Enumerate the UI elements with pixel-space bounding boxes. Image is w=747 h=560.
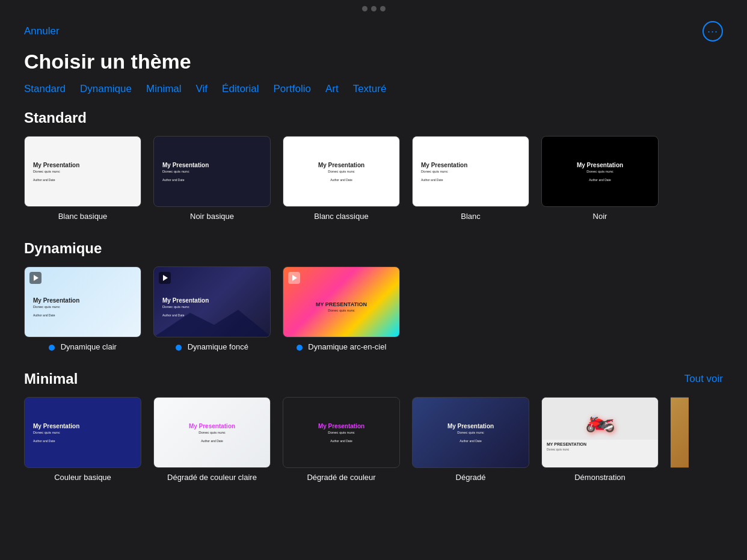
thumb-author: Author and Date: [589, 178, 610, 182]
dynamique-section-title: Dynamique: [24, 240, 102, 257]
thumb-dyn-fonce: My Presentation Donec quis nunc Author a…: [153, 266, 271, 337]
theme-label-degrade-clair: Dégradé de couleur claire: [167, 473, 257, 482]
thumb-sub: Donec quis nunc: [547, 448, 653, 451]
thumb-title: My Presentation: [162, 297, 262, 304]
theme-card-demo[interactable]: 🏍️ My Presentation Donec quis nunc Démon…: [541, 397, 659, 482]
thumb-sub: Donec quis nunc: [162, 170, 262, 173]
thumb-title: My Presentation: [189, 423, 235, 429]
thumb-author: Author and Date: [201, 439, 223, 443]
nav-item-dynamique[interactable]: Dynamique: [80, 83, 132, 95]
play-icon-clair: [29, 272, 42, 284]
theme-card-blanc[interactable]: My Presentation Donec quis nunc Author a…: [412, 136, 529, 221]
thumb-sub: Donec quis nunc: [586, 170, 613, 173]
minimal-section-header: Minimal Tout voir: [24, 371, 723, 387]
nav-item-art[interactable]: Art: [325, 83, 339, 95]
demo-image: 🏍️: [542, 398, 658, 440]
thumb-sub: Donec quis nunc: [33, 431, 132, 434]
thumb-author: Author and Date: [330, 439, 352, 443]
thumb-sub: Donec quis nunc: [33, 170, 132, 173]
thumb-sub: Donec quis nunc: [316, 309, 367, 312]
thumb-sub: Donec quis nunc: [421, 170, 520, 173]
thumb-blanc-classique: My Presentation Donec quis nunc Author a…: [283, 136, 400, 207]
nav-item-minimal[interactable]: Minimal: [146, 83, 182, 95]
page-title: Choisir un thème: [0, 48, 747, 83]
thumb-title: My Presentation: [162, 162, 262, 168]
standard-section-title: Standard: [24, 109, 87, 126]
theme-label-dyn-fonce: Dynamique foncé: [176, 342, 248, 351]
play-triangle: [163, 275, 168, 281]
thumb-title: My Presentation: [33, 297, 132, 304]
play-triangle: [34, 275, 38, 281]
thumb-blanc-basique: My Presentation Donec quis nunc Author a…: [24, 136, 141, 207]
thumb-noir: My Presentation Donec quis nunc Author a…: [541, 136, 659, 207]
nav-item-texture[interactable]: Texturé: [353, 83, 387, 95]
thumb-noir-basique: My Presentation Donec quis nunc Author a…: [153, 136, 271, 207]
theme-card-dyn-clair[interactable]: My Presentation Donec quis nunc Author a…: [24, 266, 141, 351]
theme-label-noir-basique: Noir basique: [190, 212, 234, 221]
nav-item-vif[interactable]: Vif: [196, 83, 208, 95]
minimal-theme-grid: My Presentation Donec quis nunc Author a…: [24, 397, 723, 482]
nav-item-editorial[interactable]: Éditorial: [222, 83, 259, 95]
more-button[interactable]: ···: [702, 21, 723, 42]
dot-3: [380, 6, 386, 11]
label-dot-fonce: [176, 345, 182, 351]
theme-card-blanc-classique[interactable]: My Presentation Donec quis nunc Author a…: [283, 136, 400, 221]
nav-item-portfolio[interactable]: Portfolio: [274, 83, 311, 95]
theme-card-dyn-fonce[interactable]: My Presentation Donec quis nunc Author a…: [153, 266, 271, 351]
thumb-sub: Donec quis nunc: [33, 305, 132, 309]
theme-label-degrade: Dégradé: [456, 473, 486, 482]
play-triangle: [292, 275, 297, 281]
top-bar: [0, 0, 747, 17]
theme-card-noir[interactable]: My Presentation Donec quis nunc Author a…: [541, 136, 659, 221]
thumb-author: Author and Date: [33, 439, 132, 443]
thumb-title: My Presentation: [447, 423, 494, 429]
theme-card-degrade-clair[interactable]: My Presentation Donec quis nunc Author a…: [153, 397, 271, 482]
thumb-blanc: My Presentation Donec quis nunc Author a…: [412, 136, 529, 207]
header: Annuler ···: [0, 17, 747, 48]
thumb-couleur-basique: My Presentation Donec quis nunc Author a…: [24, 397, 141, 468]
thumb-author: Author and Date: [33, 178, 132, 182]
thumb-sub: Donec quis nunc: [328, 431, 355, 434]
dynamique-section-header: Dynamique: [24, 240, 723, 257]
label-dot-arc: [297, 345, 303, 351]
thumb-degrade-clair: My Presentation Donec quis nunc Author a…: [153, 397, 271, 468]
play-icon-fonce: [159, 272, 171, 284]
theme-card-dyn-arc[interactable]: My Presentation Donec quis nunc Dynamiqu…: [283, 266, 400, 351]
thumb-title: My Presentation: [318, 423, 364, 429]
theme-card-degrade[interactable]: My Presentation Donec quis nunc Author a…: [412, 397, 529, 482]
theme-card-blanc-basique[interactable]: My Presentation Donec quis nunc Author a…: [24, 136, 141, 221]
play-icon-arc: [288, 272, 300, 284]
theme-label-dyn-clair: Dynamique clair: [49, 342, 117, 351]
cancel-button[interactable]: Annuler: [24, 25, 60, 37]
thumb-dyn-clair: My Presentation Donec quis nunc Author a…: [24, 266, 141, 337]
thumb-sub: Donec quis nunc: [328, 170, 355, 173]
thumb-title: My Presentation: [577, 162, 623, 168]
dot-2: [371, 6, 377, 11]
thumb-title: My Presentation: [316, 301, 367, 307]
theme-label-demo: Démonstration: [574, 473, 626, 482]
theme-label-degrade-couleur: Dégradé de couleur: [307, 473, 375, 482]
dot-1: [362, 6, 367, 11]
thumb-sub: Donec quis nunc: [198, 431, 226, 434]
thumb-sub: Donec quis nunc: [457, 431, 484, 434]
thumb-title: My Presentation: [421, 162, 520, 168]
see-all-button[interactable]: Tout voir: [684, 373, 723, 385]
thumb-author: Author and Date: [33, 313, 132, 317]
top-dots: [362, 6, 386, 11]
nav-item-standard[interactable]: Standard: [24, 83, 66, 95]
svg-marker-0: [154, 310, 270, 337]
theme-label-noir: Noir: [593, 212, 607, 221]
thumb-degrade: My Presentation Donec quis nunc Author a…: [412, 397, 529, 468]
standard-section: Standard My Presentation Donec quis nunc…: [0, 109, 747, 240]
minimal-section-title: Minimal: [24, 371, 78, 387]
theme-card-couleur-basique[interactable]: My Presentation Donec quis nunc Author a…: [24, 397, 141, 482]
theme-label-couleur-basique: Couleur basique: [54, 473, 111, 482]
minimal-section: Minimal Tout voir My Presentation Donec …: [0, 371, 747, 501]
thumb-author: Author and Date: [162, 178, 262, 182]
theme-label-blanc-classique: Blanc classique: [314, 212, 368, 221]
standard-theme-grid: My Presentation Donec quis nunc Author a…: [24, 136, 723, 221]
theme-card-partial[interactable]: [671, 397, 689, 482]
theme-card-noir-basique[interactable]: My Presentation Donec quis nunc Author a…: [153, 136, 271, 221]
theme-card-degrade-couleur[interactable]: My Presentation Donec quis nunc Author a…: [283, 397, 400, 482]
theme-label-blanc-basique: Blanc basique: [58, 212, 108, 221]
